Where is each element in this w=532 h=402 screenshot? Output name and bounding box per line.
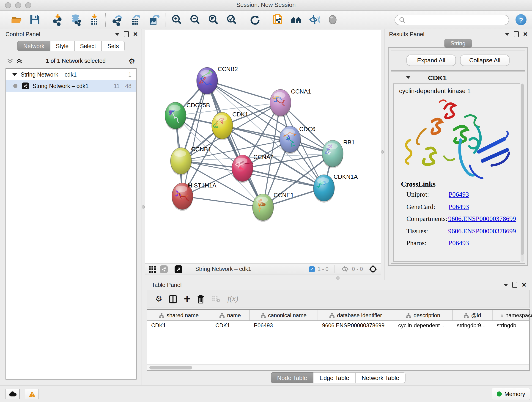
tab-style[interactable]: Style [51,41,75,51]
close-panel-icon[interactable]: ✕ [133,32,138,37]
main-toolbar: ? [0,11,532,29]
grid-view-icon[interactable] [148,265,156,273]
table-cell[interactable]: CDK1 [147,321,211,330]
crosslink-label: GeneCard: [406,203,449,211]
column-header[interactable]: @id [453,310,493,320]
warnings-button[interactable] [25,389,39,399]
expand-all-button[interactable]: Expand All [406,55,456,66]
crosslink-link[interactable]: 9606.ENSP00000378699 [448,215,516,223]
table-gear-icon[interactable]: ⚙ [155,294,162,303]
crosslink-link[interactable]: P06493 [449,191,469,198]
refresh-button[interactable] [249,14,261,26]
collection-expand-icon[interactable] [12,73,17,76]
help-button[interactable]: ? [515,14,526,25]
network-canvas[interactable]: CCNB2CCNA1CDC25BCDK1CDC6RB1CCNB1CCNA2CDK… [145,30,381,263]
crosslink-label: Compartments: [406,215,448,223]
export-table-button[interactable] [130,14,142,26]
table-cell[interactable]: cyclin-dependent ... [394,321,453,330]
column-header[interactable]: shared name [147,310,211,320]
close-panel-icon[interactable]: ✕ [523,32,528,37]
zoom-in-button[interactable] [171,14,183,26]
node-label-CDK1: CDK1 [232,111,248,118]
delete-table-icon[interactable] [211,295,221,303]
crosslink-link[interactable]: P06493 [449,203,469,211]
panel-menu-icon[interactable] [115,33,120,36]
close-panel-icon[interactable]: ✕ [521,282,526,287]
column-header[interactable]: namespace [493,310,532,320]
function-builder-icon[interactable]: f(x) [228,294,238,303]
network-edge-CCNB2-CCNA1[interactable] [207,81,280,103]
home-view-button[interactable] [290,14,302,26]
network-edge-HIST1H1A-CCNE1[interactable] [182,196,263,207]
table-cell[interactable]: stringdb [493,321,532,330]
crosslink-link[interactable]: 9606.ENSP00000378699 [448,227,516,235]
network-options-gear-icon[interactable]: ⚙ [128,57,135,65]
tab-select[interactable]: Select [75,41,102,51]
fit-selected-crosshair-icon[interactable] [368,264,378,274]
splitter-handle[interactable] [142,205,145,209]
table-row[interactable]: CDK1 CDK1 P06493 9606.ENSP00000378699 cy… [147,321,529,330]
table-cell[interactable]: CDK1 [211,321,250,330]
table-cell[interactable]: P06493 [250,321,318,330]
gene-card-collapse-icon[interactable] [406,76,411,79]
expand-collapse-box: Expand All Collapse All [391,50,525,70]
collapse-all-icon[interactable] [6,57,14,65]
results-scrollbar[interactable] [521,83,524,262]
save-session-button[interactable] [29,14,41,26]
export-image-button[interactable] [148,14,160,26]
tab-edge-table[interactable]: Edge Table [314,372,356,383]
gene-card-cdk1: CDK1 cyclin-dependent kinase 1 [391,71,525,264]
string-results-container: Expand All Collapse All CDK1 cyclin-depe… [388,47,528,266]
panel-menu-icon[interactable] [504,283,508,286]
search-input[interactable] [394,14,509,25]
column-header[interactable]: description [394,310,453,320]
table-horizontal-scrollbar[interactable] [147,364,529,370]
expand-all-icon[interactable] [16,57,23,65]
delete-column-trash-icon[interactable] [197,294,205,303]
table-cell[interactable]: 9606.ENSP00000378699 [318,321,394,330]
tab-network-table[interactable]: Network Table [355,372,405,383]
houses-icon [290,14,302,26]
network-row-selected[interactable]: String Network – cdk1 11 48 [6,80,136,92]
tab-node-table[interactable]: Node Table [271,372,313,383]
network-document-button[interactable] [272,14,284,26]
import-network-file-button[interactable] [52,14,64,26]
zoom-selected-button[interactable] [226,14,238,26]
column-header[interactable]: name [211,310,250,320]
selected-checkbox-icon[interactable]: ✓ [309,266,315,272]
tab-string[interactable]: String [444,39,472,48]
export-network-button[interactable] [111,14,123,26]
float-panel-icon[interactable] [124,31,129,37]
zoom-out-button[interactable] [189,14,201,26]
import-table-file-button[interactable] [89,14,100,26]
add-column-icon[interactable]: + [184,295,190,303]
splitter-handle[interactable] [336,276,340,280]
show-columns-icon[interactable] [169,294,177,303]
crosslink-row: Pharos: P06493 [406,239,516,251]
memory-label: Memory [505,391,525,397]
table-cell[interactable]: stringdb:9... [453,321,493,330]
string-network-graph[interactable]: CCNB2CCNA1CDC25BCDK1CDC6RB1CCNB1CCNA2CDK… [145,30,381,263]
share-view-icon[interactable] [160,265,168,273]
panel-menu-icon[interactable] [505,33,510,36]
float-panel-icon[interactable] [512,282,517,288]
network-collection-row[interactable]: String Network – cdk1 1 [6,69,136,80]
network-edge-CCNB2-HIST1H1A[interactable] [182,81,207,196]
collapse-all-button[interactable]: Collapse All [460,55,510,66]
show-details-button[interactable] [327,14,339,26]
column-header[interactable]: database identifier [318,310,394,320]
memory-button[interactable]: Memory [492,388,530,400]
splitter-handle[interactable] [381,150,384,153]
import-network-database-button[interactable] [70,14,82,26]
hidden-eye-slash-icon[interactable] [341,266,349,272]
tab-network[interactable]: Network [17,41,51,51]
tab-sets[interactable]: Sets [102,41,125,51]
crosslink-link[interactable]: P06493 [449,239,469,247]
float-panel-icon[interactable] [514,31,519,37]
cloud-button[interactable] [6,389,20,399]
zoom-fit-button[interactable] [208,14,220,26]
open-session-button[interactable] [11,14,22,26]
column-header[interactable]: canonical name [250,310,318,320]
birds-eye-view-icon[interactable] [175,265,182,273]
hide-details-button[interactable] [308,14,320,26]
